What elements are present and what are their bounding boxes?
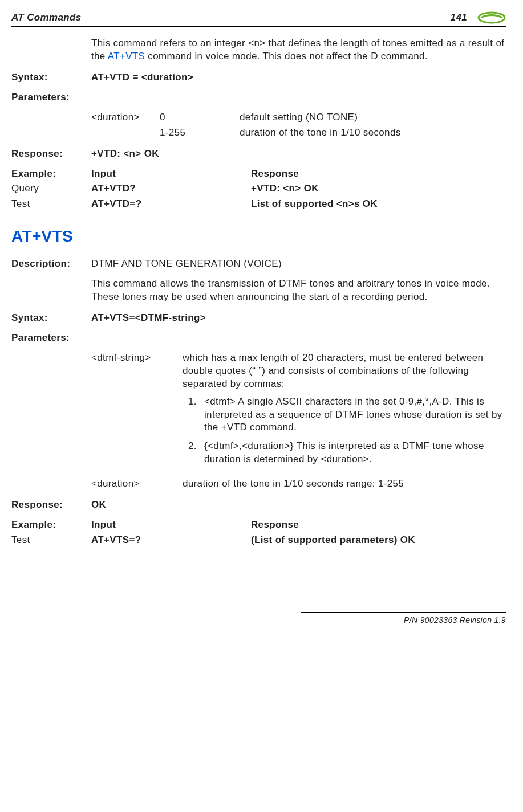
- params-label: Parameters:: [11, 91, 91, 104]
- vtd-example-row-2: Test AT+VTD=? List of supported <n>s OK: [11, 198, 506, 211]
- vts-dtmf-list: <dtmf> A single ASCII characters in the …: [183, 395, 506, 467]
- vtd-param-v2: 1-255: [160, 127, 240, 140]
- brand-logo-icon: [477, 11, 506, 24]
- vts-link[interactable]: AT+VTS: [108, 51, 145, 62]
- vts-syntax-row: Syntax: AT+VTS=<DTMF-string>: [11, 312, 506, 325]
- vtd-syntax-row: Syntax: AT+VTD = <duration>: [11, 71, 506, 84]
- vtd-param-v1: 0: [160, 111, 240, 124]
- vtd-param-d2: duration of the tone in 1/10 seconds: [240, 127, 506, 140]
- vtd-intro: This command refers to an integer <n> th…: [91, 37, 506, 63]
- vtd-syntax-value: AT+VTD = <duration>: [91, 71, 506, 84]
- vtd-intro-post: command in voice mode. This does not aff…: [145, 51, 428, 62]
- vts-desc-title: DTMF AND TONE GENERATION (VOICE): [91, 258, 506, 271]
- vtd-example-row-1: Query AT+VTD? +VTD: <n> OK: [11, 182, 506, 195]
- description-label: Description:: [11, 258, 91, 271]
- vts-p2-row: <duration> duration of the tone in 1/10 …: [91, 478, 506, 491]
- vts-p1-name: <dtmf-string>: [91, 352, 183, 472]
- vts-p2-desc: duration of the tone in 1/10 seconds ran…: [183, 478, 506, 491]
- vts-syntax-value: AT+VTS=<DTMF-string>: [91, 312, 506, 325]
- vtd-param-row-2: 1-255 duration of the tone in 1/10 secon…: [91, 127, 506, 140]
- vts-response-row: Response: OK: [11, 499, 506, 512]
- header-title: AT Commands: [11, 11, 81, 25]
- example-label: Example:: [11, 168, 91, 181]
- col-response: Response: [251, 168, 506, 181]
- vts-response-value: OK: [91, 499, 506, 512]
- col-response: Response: [251, 519, 506, 532]
- vtd-param-name: <duration>: [91, 111, 160, 124]
- vtd-ex1-b: AT+VTD?: [91, 182, 251, 195]
- vts-desc-body: This command allows the transmission of …: [91, 278, 506, 304]
- page-number: 141: [451, 11, 467, 25]
- vts-params-row: Parameters:: [11, 332, 506, 345]
- vtd-example-head: Example: Input Response: [11, 168, 506, 181]
- response-label: Response:: [11, 148, 91, 161]
- vtd-params-row: Parameters:: [11, 91, 506, 104]
- vts-p2-name: <duration>: [91, 478, 183, 491]
- col-input: Input: [91, 519, 251, 532]
- vtd-ex1-c: +VTD: <n> OK: [251, 182, 506, 195]
- example-label: Example:: [11, 519, 91, 532]
- vts-li1: <dtmf> A single ASCII characters in the …: [200, 395, 506, 435]
- vtd-ex2-a: Test: [11, 198, 91, 211]
- params-label: Parameters:: [11, 332, 91, 345]
- vts-ex1-b: AT+VTS=?: [91, 534, 251, 547]
- vts-ex1-c: (List of supported parameters) OK: [251, 534, 506, 547]
- vtd-ex2-c: List of supported <n>s OK: [251, 198, 506, 211]
- vtd-param-d1: default setting (NO TONE): [240, 111, 506, 124]
- vtd-param-row-1: <duration> 0 default setting (NO TONE): [91, 111, 506, 124]
- vts-p1-desc: which has a max length of 20 characters,…: [183, 352, 483, 389]
- col-input: Input: [91, 168, 251, 181]
- vts-ex1-a: Test: [11, 534, 91, 547]
- page-header: AT Commands 141: [11, 11, 506, 25]
- response-label: Response:: [11, 499, 91, 512]
- header-rule: [11, 26, 506, 27]
- vts-desc-title-row: Description: DTMF AND TONE GENERATION (V…: [11, 258, 506, 271]
- vts-p1-row: <dtmf-string> which has a max length of …: [91, 352, 506, 472]
- vts-heading: AT+VTS: [11, 226, 506, 247]
- syntax-label: Syntax:: [11, 312, 91, 325]
- vtd-response-row: Response: +VTD: <n> OK: [11, 148, 506, 161]
- vts-example-head: Example: Input Response: [11, 519, 506, 532]
- vtd-response-value: +VTD: <n> OK: [91, 148, 506, 161]
- page-footer: P/N 90023363 Revision 1.9: [301, 612, 506, 626]
- vts-example-row-1: Test AT+VTS=? (List of supported paramet…: [11, 534, 506, 547]
- syntax-label: Syntax:: [11, 71, 91, 84]
- vts-li2: {<dtmf>,<duration>} This is interpreted …: [200, 440, 506, 466]
- vtd-ex2-b: AT+VTD=?: [91, 198, 251, 211]
- vtd-ex1-a: Query: [11, 182, 91, 195]
